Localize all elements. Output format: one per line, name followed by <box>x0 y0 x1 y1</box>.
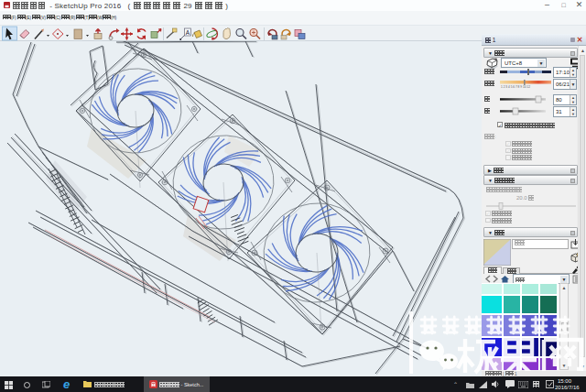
svg-text:A: A <box>186 29 190 36</box>
svg-text:1 2 3 4 5 6 7 8 9 10 12: 1 2 3 4 5 6 7 8 9 10 12 <box>501 85 530 89</box>
